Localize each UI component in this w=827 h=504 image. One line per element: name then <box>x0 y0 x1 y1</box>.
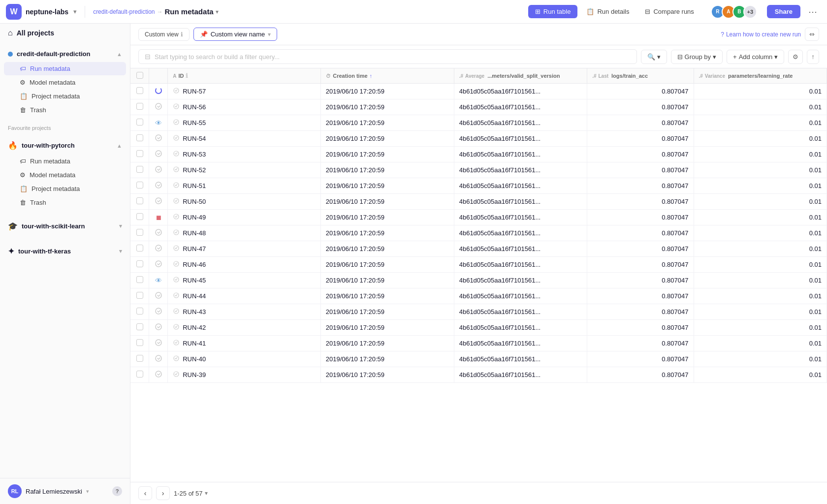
th-id[interactable]: A ID ℹ <box>168 68 321 84</box>
row-id-cell[interactable]: RUN-56 <box>168 99 321 115</box>
star-icon: ✦ <box>8 247 14 256</box>
row-id-cell[interactable]: RUN-57 <box>168 84 321 99</box>
export-button[interactable]: ↑ <box>807 50 819 64</box>
config-button[interactable]: ⚙ <box>788 50 803 64</box>
custom-view-name-button[interactable]: 📌 Custom view name ▾ <box>193 28 278 41</box>
expand-button[interactable]: ⇔ <box>805 28 819 41</box>
row-checkbox[interactable] <box>136 87 143 94</box>
row-id-cell[interactable]: RUN-54 <box>168 131 321 146</box>
train-acc-label: logs/train_acc <box>611 73 648 79</box>
prev-page-button[interactable]: ‹ <box>138 486 152 500</box>
sidebar-item-project-metadata[interactable]: 📋 Project metadata <box>4 90 126 103</box>
th-train-acc[interactable]: .# Last logs/train_acc <box>587 68 694 84</box>
default-status-icon <box>155 135 162 143</box>
row-id-cell[interactable]: RUN-40 <box>168 351 321 367</box>
th-valid-split[interactable]: .# Average ...meters/valid_split_version <box>454 68 587 84</box>
row-id-cell[interactable]: RUN-48 <box>168 225 321 241</box>
row-checkbox[interactable] <box>136 355 143 362</box>
row-checkbox[interactable] <box>136 197 143 204</box>
sidebar-item-trash[interactable]: 🗑 Trash <box>4 103 126 117</box>
search-input-wrapper[interactable]: ⊟ Start typing to search or build a filt… <box>138 49 637 64</box>
more-button[interactable]: ⋯ <box>804 4 821 19</box>
hat-icon: 🎓 <box>8 221 18 231</box>
row-checkbox[interactable] <box>136 182 143 189</box>
row-checkbox[interactable] <box>136 134 143 141</box>
group-by-label: Group by <box>685 53 711 61</box>
tab-run-details[interactable]: 📋 Run details <box>579 5 636 18</box>
share-button[interactable]: Share <box>767 5 800 18</box>
page-info: 1-25 of 57 ▾ <box>174 490 208 497</box>
row-checkbox[interactable] <box>136 119 143 126</box>
row-id-cell[interactable]: RUN-55 <box>168 115 321 130</box>
row-checkbox[interactable] <box>136 213 143 220</box>
next-page-button[interactable]: › <box>156 486 170 500</box>
row-learning-rate-cell: 0.01 <box>694 367 827 383</box>
row-id-cell[interactable]: RUN-52 <box>168 162 321 178</box>
row-checkbox[interactable] <box>136 245 143 252</box>
group-by-button[interactable]: ⊟ Group by ▾ <box>671 50 723 64</box>
tab-run-table[interactable]: ⊞ Run table <box>528 5 578 18</box>
row-id-cell[interactable]: RUN-42 <box>168 320 321 335</box>
row-train-acc-cell: 0.807047 <box>587 162 694 178</box>
sidebar-item-pytorch-project-metadata[interactable]: 📋 Project metadata <box>4 182 126 195</box>
add-column-button[interactable]: + Add column ▾ <box>727 50 784 64</box>
sidebar-item-pytorch-run-metadata[interactable]: 🏷 Run metadata <box>4 155 126 168</box>
sidebar-item-run-metadata[interactable]: 🏷 Run metadata <box>4 62 126 75</box>
row-id-cell[interactable]: RUN-41 <box>168 336 321 351</box>
row-checkbox[interactable] <box>136 292 143 299</box>
breadcrumb-current: Run metadata <box>165 7 214 16</box>
id-info-icon[interactable]: ℹ <box>186 72 188 79</box>
row-id-cell[interactable]: RUN-51 <box>168 178 321 193</box>
scikit-header[interactable]: 🎓 tour-with-scikit-learn ▾ <box>0 218 130 235</box>
learning-rate-label: parameters/learning_rate <box>728 73 793 79</box>
row-checkbox[interactable] <box>136 103 143 110</box>
th-checkbox <box>130 68 149 84</box>
run-id-text: RUN-57 <box>183 88 206 95</box>
th-learning-rate[interactable]: .# Variance parameters/learning_rate <box>694 68 827 84</box>
run-id-text: RUN-39 <box>183 371 206 378</box>
custom-view-tab[interactable]: Custom view ℹ <box>138 28 190 41</box>
keras-header[interactable]: ✦ tour-with-tf-keras ▾ <box>0 243 130 260</box>
breadcrumb-project[interactable]: credit-default-prediction <box>93 8 155 15</box>
run-icon <box>173 339 180 347</box>
th-creation-time[interactable]: ⏱ Creation time ↑ <box>321 68 454 84</box>
search-options-button[interactable]: 🔍 ▾ <box>641 50 667 64</box>
row-status-cell <box>149 336 168 351</box>
row-id-cell[interactable]: RUN-46 <box>168 257 321 272</box>
logo[interactable]: W <box>6 4 22 20</box>
sidebar-item-model-metadata[interactable]: ⚙ Model metadata <box>4 76 126 89</box>
row-checkbox[interactable] <box>136 323 143 330</box>
row-id-cell[interactable]: RUN-50 <box>168 194 321 209</box>
row-valid-split-cell: 4b61d05c05aa16f7101561... <box>454 351 587 367</box>
row-id-cell[interactable]: RUN-45 <box>168 273 321 288</box>
learn-link[interactable]: ? Learn how to create new run <box>721 31 801 38</box>
breadcrumb-chevron-icon[interactable]: ▾ <box>216 8 219 15</box>
credit-default-header[interactable]: credit-default-prediction ▲ <box>0 46 130 62</box>
sidebar-item-pytorch-model-metadata[interactable]: ⚙ Model metadata <box>4 168 126 182</box>
row-id-cell[interactable]: RUN-49 <box>168 210 321 225</box>
row-id-cell[interactable]: RUN-53 <box>168 147 321 162</box>
row-id-cell[interactable]: RUN-44 <box>168 288 321 304</box>
pytorch-header[interactable]: 🔥 tour-with-pytorch ▲ <box>0 137 130 154</box>
row-checkbox[interactable] <box>136 276 143 283</box>
sidebar-item-pytorch-trash[interactable]: 🗑 Trash <box>4 196 126 209</box>
row-id-cell[interactable]: RUN-43 <box>168 304 321 319</box>
workspace-chevron-icon[interactable]: ▾ <box>73 8 77 15</box>
row-checkbox[interactable] <box>136 371 143 378</box>
row-checkbox[interactable] <box>136 150 143 157</box>
row-checkbox[interactable] <box>136 260 143 267</box>
row-checkbox[interactable] <box>136 339 143 346</box>
select-all-checkbox[interactable] <box>136 72 143 79</box>
valid-split-label: ...meters/valid_split_version <box>487 73 560 79</box>
row-id-cell[interactable]: RUN-39 <box>168 367 321 382</box>
row-id-cell[interactable]: RUN-47 <box>168 241 321 256</box>
row-checkbox[interactable] <box>136 166 143 173</box>
id-col-label: ID <box>178 73 184 79</box>
help-button[interactable]: ? <box>112 486 122 496</box>
stop-icon: ⏹ <box>155 214 162 221</box>
page-chevron-icon[interactable]: ▾ <box>205 490 208 497</box>
tab-compare-runs[interactable]: ⊟ Compare runs <box>638 5 700 18</box>
all-projects-item[interactable]: ⌂ All projects <box>0 24 130 42</box>
row-checkbox[interactable] <box>136 308 143 315</box>
row-checkbox[interactable] <box>136 229 143 236</box>
